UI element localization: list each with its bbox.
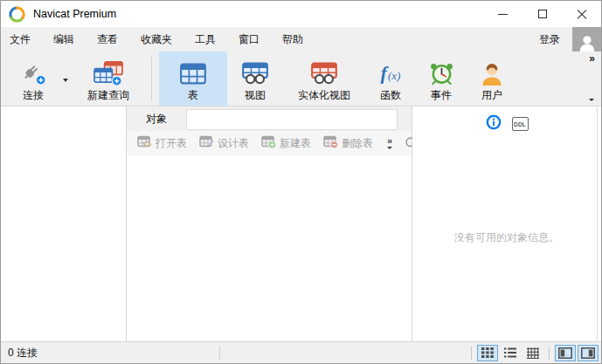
tables-label: 表 <box>188 89 198 102</box>
actionbar-dropdown-icon <box>387 147 392 149</box>
menu-bar-right: 登录 <box>527 27 601 52</box>
info-pane-divider <box>597 106 598 341</box>
grid-view-icon <box>481 347 494 358</box>
maximize-button[interactable] <box>522 1 562 27</box>
grid-view-button[interactable] <box>477 345 498 361</box>
view-group-divider-left <box>471 347 472 360</box>
menu-tools[interactable]: 工具 <box>183 27 227 52</box>
table-icon <box>180 58 206 89</box>
materialized-view-icon <box>311 58 337 89</box>
window-controls <box>483 1 601 27</box>
open-table-button[interactable]: 打开表 <box>131 135 193 151</box>
maximize-icon <box>538 10 547 18</box>
object-list-area[interactable] <box>127 155 412 341</box>
connection-count: 0 连接 <box>8 346 38 361</box>
users-button[interactable]: 用户 <box>467 52 517 106</box>
materialized-views-button[interactable]: 实体化视图 <box>283 52 365 106</box>
users-label: 用户 <box>481 89 502 102</box>
tab-bar-blank-area <box>186 109 398 130</box>
new-query-label: 新建查询 <box>87 89 129 102</box>
toolbar-overflow-chevron-icon[interactable]: » <box>589 52 595 65</box>
function-icon: f(x) <box>381 58 401 89</box>
menu-edit[interactable]: 编辑 <box>42 27 86 52</box>
info-pane-toolbar: DDL <box>412 106 601 134</box>
toolbar-dropdown-button[interactable] <box>589 99 594 101</box>
menu-window[interactable]: 窗口 <box>227 27 271 52</box>
navicat-window: Navicat Premium 文件 编辑 查看 收藏夹 工具 窗口 帮助 登录 <box>0 0 602 364</box>
title-bar[interactable]: Navicat Premium <box>1 1 601 27</box>
connect-button[interactable]: 连接 <box>8 52 59 106</box>
menu-file[interactable]: 文件 <box>1 27 42 52</box>
main-area: 对象 打开表 <box>1 106 601 341</box>
views-label: 视图 <box>245 89 266 102</box>
delete-table-icon <box>323 135 338 151</box>
toggle-right-pane-button[interactable] <box>578 345 599 361</box>
close-icon <box>577 9 587 19</box>
new-table-label: 新建表 <box>280 136 311 151</box>
connections-sidebar[interactable] <box>1 106 127 341</box>
connection-plug-icon <box>19 58 48 89</box>
design-table-label: 设计表 <box>218 136 249 151</box>
tables-button[interactable]: 表 <box>159 52 227 106</box>
new-query-button[interactable]: 新建查询 <box>73 52 144 106</box>
toolbar-dropdown-icon <box>589 99 594 101</box>
fx-x-glyph: (x) <box>388 69 400 83</box>
table-action-bar: 打开表 设计表 <box>127 131 412 155</box>
actionbar-overflow-chevron-icon: » <box>387 137 392 145</box>
connect-dropdown-arrow[interactable] <box>59 52 73 106</box>
menu-view[interactable]: 查看 <box>86 27 129 52</box>
dropdown-icon <box>63 79 68 82</box>
window-title: Navicat Premium <box>33 8 116 20</box>
new-query-icon <box>93 58 124 89</box>
actionbar-more-button[interactable]: » <box>387 137 392 149</box>
events-button[interactable]: 事件 <box>416 52 467 106</box>
ddl-icon[interactable]: DDL <box>512 117 529 131</box>
person-silhouette-icon <box>578 33 597 52</box>
detail-view-button[interactable] <box>522 345 543 361</box>
delete-table-button[interactable]: 删除表 <box>317 135 379 151</box>
status-bar: 0 连接 <box>1 341 601 363</box>
statusbar-divider <box>219 346 220 360</box>
view-icon <box>242 58 268 89</box>
navicat-logo-icon <box>9 6 25 23</box>
event-icon <box>429 58 454 89</box>
avatar[interactable] <box>572 27 601 52</box>
design-table-button[interactable]: 设计表 <box>193 135 255 151</box>
menu-favorites[interactable]: 收藏夹 <box>129 27 183 52</box>
connect-label: 连接 <box>23 89 44 102</box>
delete-table-label: 删除表 <box>342 136 373 151</box>
views-button[interactable]: 视图 <box>227 52 283 106</box>
main-toolbar: 连接 新建查询 <box>1 52 601 106</box>
close-button[interactable] <box>562 1 601 27</box>
empty-object-info-message: 没有可用的对象信息。 <box>412 230 601 245</box>
list-view-button[interactable] <box>500 345 521 361</box>
new-table-icon <box>261 135 276 151</box>
login-button[interactable]: 登录 <box>527 27 572 52</box>
menu-help[interactable]: 帮助 <box>271 27 315 52</box>
object-tab-bar: 对象 <box>127 106 412 131</box>
events-label: 事件 <box>431 89 452 102</box>
view-group-divider-right <box>549 347 550 360</box>
minimize-button[interactable] <box>483 1 522 27</box>
functions-label: 函数 <box>380 89 401 102</box>
statusbar-view-buttons <box>467 345 599 361</box>
toggle-left-pane-button[interactable] <box>555 345 576 361</box>
user-icon <box>481 58 503 89</box>
left-pane-icon <box>558 347 572 359</box>
design-table-icon <box>199 135 214 151</box>
menu-bar: 文件 编辑 查看 收藏夹 工具 窗口 帮助 登录 <box>1 27 601 52</box>
new-table-button[interactable]: 新建表 <box>255 135 317 151</box>
fx-f-glyph: f <box>381 62 387 85</box>
tab-objects[interactable]: 对象 <box>146 106 167 131</box>
objects-pane: 对象 打开表 <box>127 106 412 341</box>
detail-view-icon <box>527 347 539 359</box>
open-table-icon <box>137 135 152 151</box>
right-pane-icon <box>581 347 595 359</box>
functions-button[interactable]: f(x) 函数 <box>365 52 416 106</box>
info-icon[interactable] <box>486 114 502 134</box>
materialized-views-label: 实体化视图 <box>298 89 350 102</box>
toolbar-divider <box>151 57 152 100</box>
minimize-icon <box>498 14 508 15</box>
list-view-icon <box>504 347 516 358</box>
object-info-pane: DDL 没有可用的对象信息。 <box>412 106 601 341</box>
